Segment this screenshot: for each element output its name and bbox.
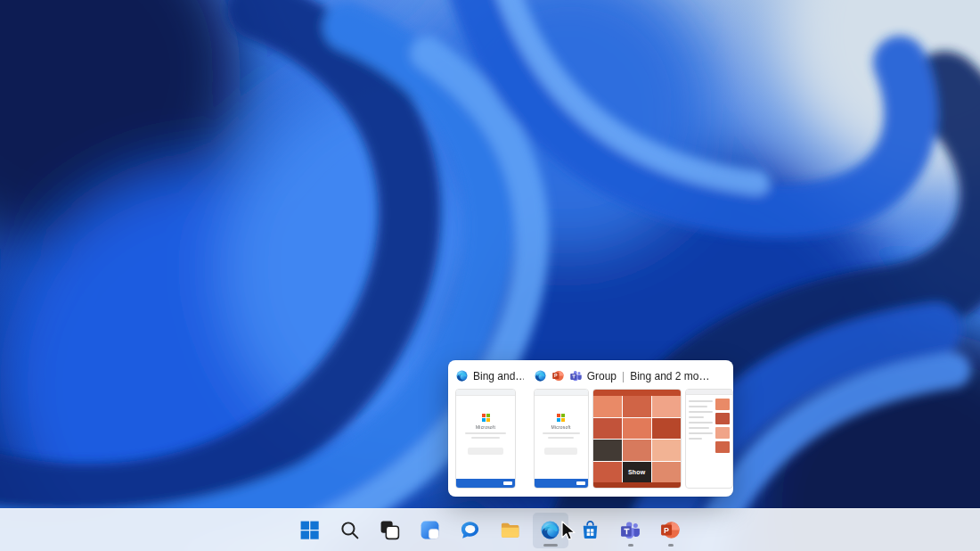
thumb-cookie-banner xyxy=(535,479,588,488)
taskbar-button-file-explorer[interactable] xyxy=(493,513,528,548)
taskbar-button-store[interactable] xyxy=(573,513,608,548)
slide-photo-tile xyxy=(652,440,681,461)
taskbar-button-task-view[interactable] xyxy=(372,513,408,548)
preview-thumbnail-group-powerpoint[interactable]: Show xyxy=(592,389,682,489)
thumb-browser-toolbar xyxy=(535,390,588,396)
slide-photo-tile xyxy=(593,462,622,483)
taskbar-button-search[interactable] xyxy=(332,513,368,548)
teams-icon xyxy=(569,369,583,382)
taskbar-button-powerpoint[interactable]: P xyxy=(653,513,689,548)
preview-thumbnail-group-edge[interactable]: Microsoft xyxy=(534,389,589,489)
slide-photo-tile xyxy=(593,418,622,440)
svg-text:P: P xyxy=(664,526,669,535)
desktop: Bing and… Microsoft xyxy=(0,0,980,551)
preview-thumbnail-edge-window[interactable]: Microsoft xyxy=(455,389,516,489)
slide-photo-tile xyxy=(593,396,622,417)
svg-text:P: P xyxy=(554,373,558,378)
slide-photo-tile xyxy=(623,440,651,461)
taskbar-button-teams[interactable] xyxy=(613,513,649,548)
slide-photo-tile xyxy=(652,418,681,440)
taskbar-button-chat[interactable] xyxy=(453,513,488,548)
preview-single-title: Bing and… xyxy=(473,370,524,382)
thumb-ppt-statusbar xyxy=(593,482,681,488)
widgets-icon xyxy=(419,519,441,541)
thumb-image-column xyxy=(715,399,730,453)
microsoft-logo-icon xyxy=(557,414,565,422)
thumb-search-box xyxy=(468,448,504,455)
thumb-ppt-photo-grid: Show xyxy=(593,396,681,482)
microsoft-logo-icon xyxy=(482,414,490,422)
thumb-browser-toolbar xyxy=(456,390,515,396)
taskbar-button-edge[interactable] xyxy=(533,513,568,548)
teams-icon xyxy=(619,519,641,541)
preview-group-label: Group xyxy=(587,370,617,382)
chat-icon xyxy=(459,519,481,541)
slide-photo-tile xyxy=(623,396,651,417)
thumb-text-lines xyxy=(689,399,713,453)
powerpoint-icon: P xyxy=(659,519,682,541)
thumb-teams-content xyxy=(686,395,732,456)
taskbar: P xyxy=(0,508,980,551)
taskbar-button-start[interactable] xyxy=(292,513,328,548)
edge-icon xyxy=(534,369,547,382)
slide-photo-tile xyxy=(593,440,622,461)
taskbar-button-widgets[interactable] xyxy=(412,513,448,548)
slide-photo-tile xyxy=(652,462,681,483)
edge-icon xyxy=(455,369,469,382)
preview-single: Bing and… Microsoft xyxy=(455,367,524,489)
slide-photo-tile xyxy=(652,396,681,417)
thumb-browser-content: Microsoft xyxy=(535,414,588,455)
slide-photo-tile xyxy=(623,418,651,440)
slide-show-tile: Show xyxy=(623,462,651,483)
preview-group-header: P Group | Bing and 2 mo… xyxy=(534,367,726,384)
preview-group-title: Bing and 2 mo… xyxy=(630,370,709,382)
edge-icon xyxy=(539,519,561,541)
thumb-brand-text: Microsoft xyxy=(551,424,571,430)
windows-start-icon xyxy=(298,519,321,541)
thumb-search-box xyxy=(544,448,577,455)
preview-thumbnail-group-teams[interactable] xyxy=(685,389,733,489)
thumb-cookie-banner xyxy=(456,479,515,488)
preview-group-thumbnails: Microsoft xyxy=(534,389,726,489)
store-icon xyxy=(579,519,601,541)
taskbar-preview-flyout: Bing and… Microsoft xyxy=(448,360,733,497)
preview-group-separator: | xyxy=(621,370,625,382)
thumb-brand-text: Microsoft xyxy=(476,424,495,430)
thumb-ppt-titlebar xyxy=(593,390,681,396)
thumb-browser-content: Microsoft xyxy=(456,414,515,455)
search-icon xyxy=(339,519,361,541)
task-view-icon xyxy=(379,519,401,541)
folder-icon xyxy=(499,519,521,541)
powerpoint-icon: P xyxy=(551,369,565,382)
preview-group: P Group | Bing and 2 mo… Microsoft xyxy=(534,367,726,489)
preview-single-header: Bing and… xyxy=(455,367,524,384)
